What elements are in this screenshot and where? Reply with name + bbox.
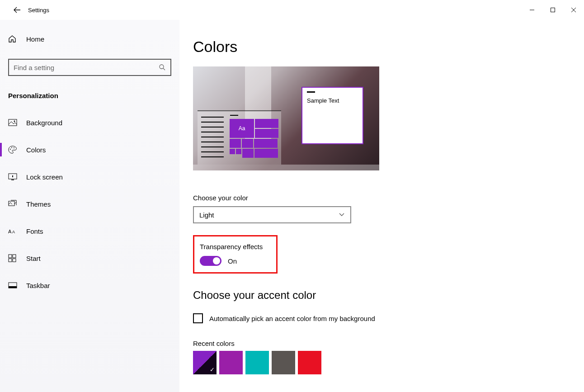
choose-color-value: Light xyxy=(199,211,214,219)
sidebar-item-label: Colors xyxy=(26,146,46,154)
svg-rect-11 xyxy=(12,175,13,177)
back-button[interactable] xyxy=(8,1,26,19)
section-header: Personalization xyxy=(8,92,171,99)
sidebar-item-label: Lock screen xyxy=(26,173,63,181)
nav-list: Background Colors Lock screen Themes AA … xyxy=(8,113,171,303)
svg-rect-17 xyxy=(9,259,12,262)
svg-line-3 xyxy=(163,68,165,70)
svg-rect-16 xyxy=(13,255,16,258)
main-panel: Colors Aa xyxy=(179,20,584,392)
sidebar-item-themes[interactable]: Themes xyxy=(8,194,171,213)
svg-point-6 xyxy=(10,149,11,150)
color-swatch-0[interactable]: ✓ xyxy=(193,351,217,374)
sidebar-item-label: Themes xyxy=(26,200,51,208)
svg-rect-10 xyxy=(11,179,14,180)
recent-colors: ✓ xyxy=(193,351,584,374)
arrow-left-icon xyxy=(14,6,21,14)
preview-sample-text: Sample Text xyxy=(307,97,358,104)
page-title: Colors xyxy=(193,38,584,56)
svg-text:A: A xyxy=(8,229,12,234)
themes-icon xyxy=(8,200,21,208)
transparency-highlight: Transparency effects On xyxy=(193,235,278,274)
sidebar-item-colors[interactable]: Colors xyxy=(8,140,171,159)
chevron-down-icon xyxy=(339,213,345,217)
sidebar-item-fonts[interactable]: AA Fonts xyxy=(8,222,171,241)
svg-point-8 xyxy=(14,147,14,148)
preview-window: Sample Text xyxy=(301,87,363,144)
search-input[interactable] xyxy=(14,64,159,71)
home-label: Home xyxy=(26,35,44,43)
sidebar-item-start[interactable]: Start xyxy=(8,249,171,268)
search-icon xyxy=(159,64,166,71)
fonts-icon: AA xyxy=(8,227,21,235)
color-swatch-2[interactable] xyxy=(245,351,269,374)
lockscreen-icon xyxy=(8,173,21,180)
home-button[interactable]: Home xyxy=(8,29,171,49)
content: Home Personalization Background Colors L… xyxy=(0,20,584,392)
recent-colors-label: Recent colors xyxy=(193,340,584,347)
app-title: Settings xyxy=(28,7,49,14)
color-swatch-4[interactable] xyxy=(298,351,321,374)
sidebar-item-background[interactable]: Background xyxy=(8,113,171,132)
palette-icon xyxy=(8,146,21,154)
sidebar-item-label: Taskbar xyxy=(26,282,50,289)
color-preview: Aa Sample Text xyxy=(193,66,379,170)
svg-text:A: A xyxy=(12,230,15,234)
choose-color-label: Choose your color xyxy=(193,194,584,202)
sidebar-item-taskbar[interactable]: Taskbar xyxy=(8,276,171,295)
preview-taskbar xyxy=(193,165,379,170)
close-icon xyxy=(571,7,576,13)
maximize-icon xyxy=(550,7,556,13)
svg-point-5 xyxy=(14,121,15,122)
transparency-toggle[interactable] xyxy=(200,256,221,266)
svg-rect-18 xyxy=(13,259,16,262)
picture-icon xyxy=(8,119,21,126)
sidebar-item-label: Fonts xyxy=(26,227,43,235)
close-button[interactable] xyxy=(563,3,584,17)
window-controls xyxy=(522,3,584,17)
color-swatch-1[interactable] xyxy=(219,351,243,374)
maximize-button[interactable] xyxy=(542,3,563,17)
minimize-icon xyxy=(529,7,535,13)
auto-accent-label: Automatically pick an accent color from … xyxy=(209,315,375,322)
minimize-button[interactable] xyxy=(522,3,542,17)
sidebar: Home Personalization Background Colors L… xyxy=(0,20,179,392)
svg-point-2 xyxy=(160,65,164,69)
svg-rect-20 xyxy=(9,286,17,288)
transparency-state: On xyxy=(228,257,237,265)
accent-section-title: Choose your accent color xyxy=(193,289,584,302)
svg-point-7 xyxy=(11,147,12,148)
sidebar-item-label: Start xyxy=(26,255,41,262)
sidebar-item-label: Background xyxy=(26,119,62,127)
auto-accent-checkbox[interactable] xyxy=(193,313,203,323)
search-box[interactable] xyxy=(8,59,171,76)
home-icon xyxy=(8,35,21,43)
toggle-knob xyxy=(213,257,220,264)
titlebar: Settings xyxy=(0,0,584,20)
transparency-label: Transparency effects xyxy=(200,243,263,250)
sidebar-item-lockscreen[interactable]: Lock screen xyxy=(8,167,171,186)
preview-start-menu: Aa xyxy=(198,110,281,165)
preview-tile-aa: Aa xyxy=(230,119,254,138)
svg-rect-15 xyxy=(9,255,12,258)
color-swatch-3[interactable] xyxy=(272,351,295,374)
taskbar-icon xyxy=(8,282,21,288)
start-icon xyxy=(8,254,21,262)
choose-color-dropdown[interactable]: Light xyxy=(193,206,351,223)
svg-rect-4 xyxy=(9,119,17,126)
auto-accent-row: Automatically pick an accent color from … xyxy=(193,313,584,323)
svg-rect-1 xyxy=(551,8,555,12)
